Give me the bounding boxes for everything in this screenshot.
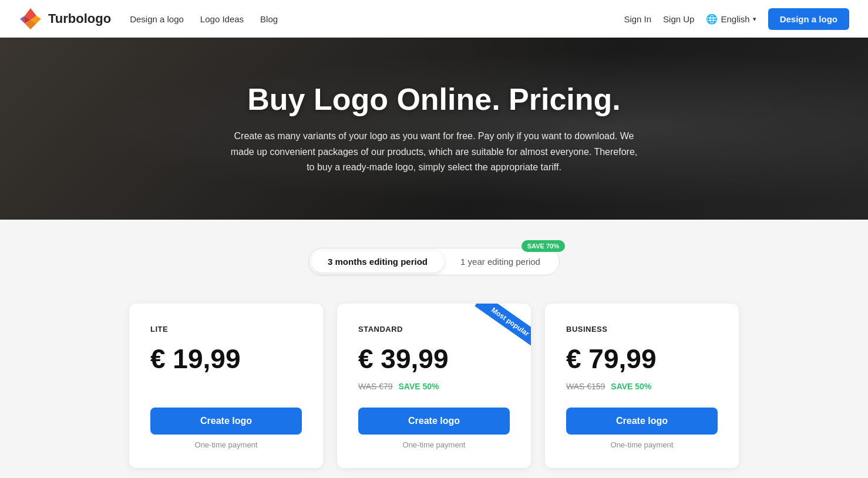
tier-label-standard: STANDARD [358, 325, 510, 334]
nav-links: Design a logo Logo Ideas Blog [130, 14, 624, 24]
navbar-cta-button[interactable]: Design a logo [768, 8, 849, 30]
navbar: Turbologo Design a logo Logo Ideas Blog … [0, 0, 868, 38]
pricing-cards-row: LITE € 19,99 Create logo One-time paymen… [111, 304, 757, 468]
pricing-card-standard: Most popular STANDARD € 39,99 WAS €79 SA… [337, 304, 531, 468]
pricing-card-business: BUSINESS € 79,99 WAS €159 SAVE 50% Creat… [545, 304, 739, 468]
payment-note-standard: One-time payment [358, 440, 510, 449]
period-1year-button[interactable]: 1 year editing period [444, 251, 557, 272]
tier-label-lite: LITE [150, 325, 302, 334]
hero-subtitle: Create as many variants of your logo as … [228, 129, 640, 175]
svg-marker-5 [20, 16, 25, 23]
savings-business: WAS €159 SAVE 50% [566, 382, 718, 393]
language-selector[interactable]: 🌐 English ▾ [706, 14, 756, 25]
create-logo-button-business[interactable]: Create logo [566, 408, 718, 435]
hero-title: Buy Logo Online. Pricing. [228, 82, 640, 117]
pricing-section: 3 months editing period 1 year editing p… [0, 220, 868, 478]
sign-up-link[interactable]: Sign Up [663, 14, 694, 24]
tier-label-business: BUSINESS [566, 325, 718, 334]
svg-marker-6 [31, 8, 36, 16]
create-logo-button-standard[interactable]: Create logo [358, 408, 510, 435]
savings-standard: WAS €79 SAVE 50% [358, 382, 510, 393]
brand-name: Turbologo [48, 11, 111, 26]
nav-logo-ideas[interactable]: Logo Ideas [200, 14, 244, 24]
was-price-business: WAS €159 [566, 382, 605, 391]
price-standard: € 39,99 [358, 343, 510, 375]
nav-blog[interactable]: Blog [260, 14, 278, 24]
logo-icon [19, 7, 42, 31]
save-text-business: SAVE 50% [611, 382, 651, 391]
nav-design-logo[interactable]: Design a logo [130, 14, 184, 24]
period-3months-button[interactable]: 3 months editing period [311, 251, 444, 272]
navbar-right: Sign In Sign Up 🌐 English ▾ Design a log… [624, 8, 849, 30]
globe-icon: 🌐 [706, 14, 718, 25]
create-logo-button-lite[interactable]: Create logo [150, 408, 302, 435]
hero-content: Buy Logo Online. Pricing. Create as many… [228, 82, 640, 175]
sign-in-link[interactable]: Sign In [624, 14, 651, 24]
language-label: English [721, 14, 749, 24]
was-price-standard: WAS €79 [358, 382, 393, 391]
chevron-down-icon: ▾ [753, 15, 756, 23]
payment-note-business: One-time payment [566, 440, 718, 449]
savings-lite [150, 382, 302, 393]
brand-logo[interactable]: Turbologo [19, 7, 111, 31]
payment-note-lite: One-time payment [150, 440, 302, 449]
hero-section: Buy Logo Online. Pricing. Create as many… [0, 38, 868, 220]
pricing-card-lite: LITE € 19,99 Create logo One-time paymen… [129, 304, 323, 468]
save-text-standard: SAVE 50% [399, 382, 439, 391]
price-business: € 79,99 [566, 343, 718, 375]
save-badge: SAVE 70% [522, 240, 565, 252]
price-lite: € 19,99 [150, 343, 302, 375]
period-toggle: 3 months editing period 1 year editing p… [308, 248, 560, 275]
